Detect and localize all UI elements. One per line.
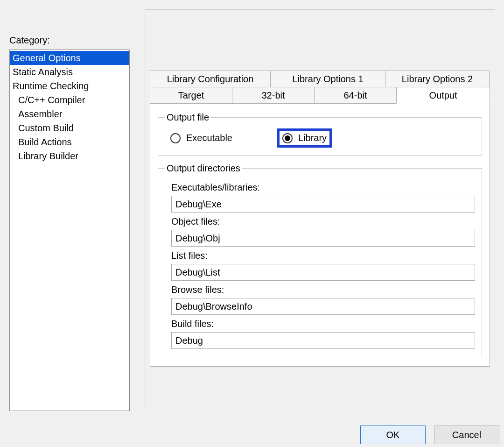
radio-library-label: Library: [298, 133, 327, 143]
tab[interactable]: Library Options 1: [270, 71, 385, 87]
tab[interactable]: Library Options 2: [385, 71, 490, 87]
field-label: Build files:: [171, 319, 475, 329]
tab[interactable]: Output: [396, 87, 490, 104]
path-input[interactable]: [171, 196, 475, 213]
ok-button[interactable]: OK: [360, 426, 426, 444]
category-item[interactable]: Library Builder: [10, 149, 129, 163]
tab[interactable]: 64-bit: [314, 87, 397, 104]
tab[interactable]: Target: [150, 87, 232, 104]
field-label: Object files:: [171, 216, 475, 227]
radio-icon: [170, 133, 181, 143]
radio-icon: [282, 133, 293, 143]
category-item[interactable]: Assembler: [10, 107, 129, 121]
tab[interactable]: Library Configuration: [150, 71, 271, 87]
output-tab-panel: Output file Executable Library Output d: [150, 103, 490, 367]
category-item[interactable]: Runtime Checking: [10, 79, 129, 93]
path-input[interactable]: [171, 298, 475, 315]
radio-executable-label: Executable: [186, 133, 232, 143]
category-list[interactable]: General OptionsStatic AnalysisRuntime Ch…: [9, 50, 130, 411]
category-item[interactable]: Static Analysis: [10, 65, 129, 79]
field-label: Executables/libraries:: [171, 182, 475, 193]
cancel-button[interactable]: Cancel: [434, 426, 499, 444]
output-file-group: Output file Executable Library: [158, 112, 482, 156]
radio-executable[interactable]: Executable: [168, 131, 235, 145]
output-file-legend: Output file: [165, 112, 211, 123]
field-label: List files:: [171, 250, 475, 261]
output-directories-group: Output directories Executables/libraries…: [158, 163, 482, 358]
category-item[interactable]: Build Actions: [10, 135, 129, 149]
path-input[interactable]: [171, 264, 475, 281]
category-label: Category:: [9, 35, 130, 46]
category-item[interactable]: General Options: [10, 51, 129, 65]
field-label: Browse files:: [171, 284, 475, 295]
path-input[interactable]: [171, 332, 475, 349]
category-item[interactable]: C/C++ Compiler: [10, 93, 129, 107]
category-item[interactable]: Custom Build: [10, 121, 129, 135]
path-input[interactable]: [171, 230, 475, 247]
output-directories-legend: Output directories: [165, 163, 242, 174]
tab[interactable]: 32-bit: [232, 87, 315, 104]
radio-library[interactable]: Library: [277, 128, 332, 148]
